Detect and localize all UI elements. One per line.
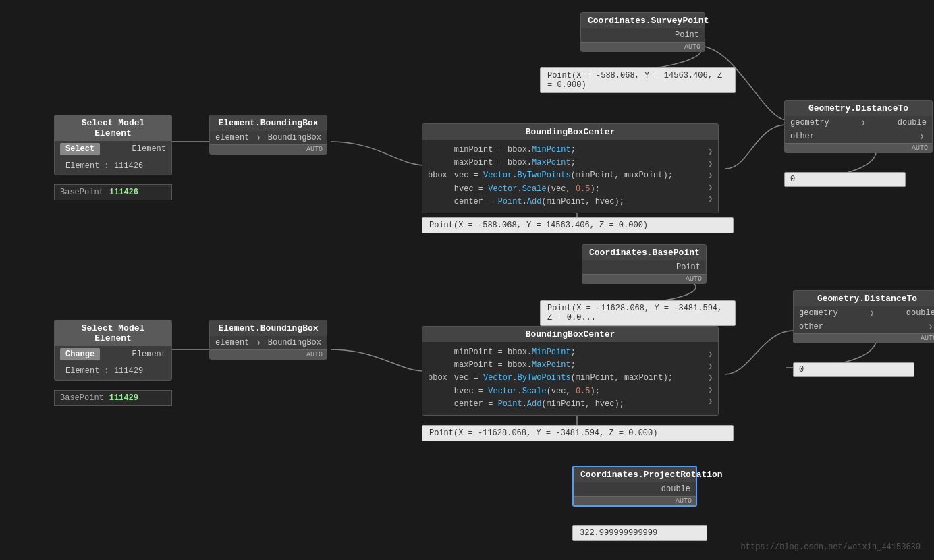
bbox-output-1: BoundingBox [268,133,321,142]
code-line-2-4: hvec = Vector.Scale(vec, 0.5); [454,385,703,398]
code-line-2-5: center = Point.Add(minPoint, hvec); [454,398,703,411]
bbox-output-2: BoundingBox [268,338,321,347]
code-line-1-3: vec = Vector.ByTwoPoints(minPoint, maxPo… [454,169,703,182]
bbox-auto-2: AUTO [210,349,327,359]
code-line-2-1: minPoint = bbox.MinPoint; [454,346,703,359]
basepoint-value-1: 111426 [109,188,138,197]
bbox-element-port-2: element [215,338,249,347]
bbox-auto-1: AUTO [210,144,327,154]
other-port-2: other [799,322,823,331]
code-bbox-port-2: bbox [428,372,447,385]
element-id-2: Element : 111429 [60,365,166,377]
distance-1-output-val: 0 [784,172,906,187]
project-rotation-header: Coordinates.ProjectRotation [574,467,696,482]
basepoint-node-1: BasePoint 111426 [54,184,172,200]
distance-2-output-val: 0 [793,362,914,377]
select-model-element-1: Select Model Element Select Element Elem… [54,115,172,175]
geometry-arrow-2: ❯ [870,309,874,317]
other-port-1: other [790,132,815,141]
geometry-distance-to-1: Geometry.DistanceTo geometry ❯ double ot… [784,100,933,153]
code-line-1-1: minPoint = bbox.MinPoint; [454,144,703,157]
base-point-output-val: Point(X = -11628.068, Y = -3481.594, Z =… [540,300,736,326]
element-bounding-box-2: Element.BoundingBox element ❯ BoundingBo… [209,320,327,360]
base-point-output: Point [676,262,700,272]
element-bounding-box-1: Element.BoundingBox element ❯ BoundingBo… [209,115,327,155]
bbox-arrow-1: ❯ [256,134,260,142]
basepoint-label-1: BasePoint [60,188,104,197]
basepoint-node-2: BasePoint 111429 [54,390,172,406]
bounding-box-center-1: BoundingBoxCenter bbox minPoint = bbox.M… [422,123,719,213]
geometry-port-1: geometry [790,118,829,128]
code-line-1-5: center = Point.Add(minPoint, hvec); [454,196,703,208]
geometry-output-1: double [898,118,927,128]
basepoint-label-2: BasePoint [60,393,104,403]
distance-node-1-header: Geometry.DistanceTo [785,101,932,116]
code-line-1-2: maxPoint = bbox.MaxPoint; [454,157,703,169]
bounding-box-center-2-output: Point(X = -11628.068, Y = -3481.594, Z =… [422,425,734,441]
project-rotation-output: double [661,484,690,494]
code-line-2-3: vec = Vector.ByTwoPoints(minPoint, maxPo… [454,372,703,385]
code-line-1-4: hvec = Vector.Scale(vec, 0.5); [454,183,703,196]
code-line-2-2: maxPoint = bbox.MaxPoint; [454,359,703,372]
geometry-output-2: double [906,308,934,318]
url-label: https://blog.csdn.net/weixin_44153630 [741,542,921,552]
geometry-arrow-1: ❯ [861,119,865,127]
base-point-header: Coordinates.BasePoint [582,245,706,260]
bbox-node-2-header: Element.BoundingBox [210,320,327,336]
basepoint-value-2: 111429 [109,393,138,403]
element-id-1: Element : 111426 [60,160,166,172]
other-arrow-2: ❯ [929,323,933,331]
project-rotation-auto: AUTO [574,496,696,505]
select-button-1[interactable]: Select [60,143,100,155]
survey-point-auto: AUTO [581,42,705,51]
distance-node-2-header: Geometry.DistanceTo [794,291,934,306]
select-model-element-2: Select Model Element Change Element Elem… [54,320,172,381]
other-arrow-1: ❯ [920,132,924,140]
bounding-box-center-2: BoundingBoxCenter bbox minPoint = bbox.M… [422,326,719,416]
survey-point-header: Coordinates.SurveyPoint [581,13,705,28]
bbox-arrow-2: ❯ [256,339,260,347]
coordinates-project-rotation: Coordinates.ProjectRotation double AUTO [572,466,697,507]
distance-2-auto: AUTO [794,333,934,343]
code-bbox-port-1: bbox [428,169,447,182]
select-button-2[interactable]: Change [60,348,100,360]
code-node-2-header: BoundingBoxCenter [422,327,718,342]
coordinates-base-point: Coordinates.BasePoint Point AUTO [582,244,707,284]
project-rotation-output-val: 322.999999999999 [572,525,707,541]
select-node-2-header: Select Model Element [55,320,171,346]
survey-point-output-val: Point(X = -588.068, Y = 14563.406, Z = 0… [540,67,736,93]
bounding-box-center-1-output: Point(X = -588.068, Y = 14563.406, Z = 0… [422,217,734,233]
bbox-element-port-1: element [215,133,249,142]
distance-1-auto: AUTO [785,143,932,152]
bbox-node-1-header: Element.BoundingBox [210,115,327,131]
geometry-port-2: geometry [799,308,838,318]
base-point-auto: AUTO [582,274,706,283]
select-node-1-header: Select Model Element [55,115,171,141]
geometry-distance-to-2: Geometry.DistanceTo geometry ❯ double ot… [793,290,934,343]
survey-point-output: Point [675,30,699,40]
element-label-1: Element [132,144,166,154]
element-label-2: Element [132,349,166,359]
coordinates-survey-point: Coordinates.SurveyPoint Point AUTO [580,12,705,52]
code-node-1-header: BoundingBoxCenter [422,124,718,140]
